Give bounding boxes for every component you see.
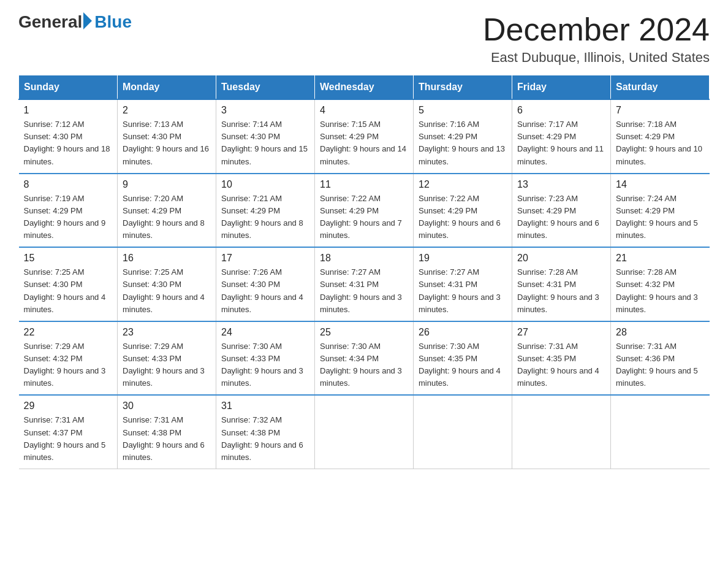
calendar-cell: 11 Sunrise: 7:22 AM Sunset: 4:29 PM Dayl… xyxy=(315,174,414,248)
calendar-cell: 27 Sunrise: 7:31 AM Sunset: 4:35 PM Dayl… xyxy=(512,321,611,396)
calendar-cell: 14 Sunrise: 7:24 AM Sunset: 4:29 PM Dayl… xyxy=(611,174,710,248)
day-number: 13 xyxy=(517,179,605,190)
sunrise-label: Sunrise: 7:20 AM xyxy=(123,194,183,203)
header-wednesday: Wednesday xyxy=(315,75,414,100)
sunset-label: Sunset: 4:37 PM xyxy=(24,428,83,437)
calendar-week-row: 22 Sunrise: 7:29 AM Sunset: 4:32 PM Dayl… xyxy=(19,321,710,396)
calendar-cell: 1 Sunrise: 7:12 AM Sunset: 4:30 PM Dayli… xyxy=(19,99,118,174)
calendar-cell: 7 Sunrise: 7:18 AM Sunset: 4:29 PM Dayli… xyxy=(611,99,710,174)
day-info: Sunrise: 7:31 AM Sunset: 4:38 PM Dayligh… xyxy=(123,414,211,464)
day-info: Sunrise: 7:32 AM Sunset: 4:38 PM Dayligh… xyxy=(221,414,309,464)
calendar-cell: 17 Sunrise: 7:26 AM Sunset: 4:30 PM Dayl… xyxy=(216,247,315,321)
sunset-label: Sunset: 4:31 PM xyxy=(419,280,477,289)
calendar-week-row: 8 Sunrise: 7:19 AM Sunset: 4:29 PM Dayli… xyxy=(19,174,710,248)
day-info: Sunrise: 7:29 AM Sunset: 4:33 PM Dayligh… xyxy=(123,340,211,390)
day-info: Sunrise: 7:28 AM Sunset: 4:32 PM Dayligh… xyxy=(616,266,705,316)
daylight-label: Daylight: 9 hours and 3 minutes. xyxy=(320,366,402,388)
daylight-label: Daylight: 9 hours and 11 minutes. xyxy=(517,144,604,166)
day-number: 9 xyxy=(123,179,211,190)
daylight-label: Daylight: 9 hours and 3 minutes. xyxy=(517,293,599,314)
day-number: 3 xyxy=(221,105,309,116)
header-sunday: Sunday xyxy=(19,75,118,100)
calendar-cell xyxy=(414,395,512,469)
day-info: Sunrise: 7:30 AM Sunset: 4:35 PM Dayligh… xyxy=(419,340,507,390)
daylight-label: Daylight: 9 hours and 4 minutes. xyxy=(517,366,599,388)
day-number: 2 xyxy=(123,105,211,116)
day-info: Sunrise: 7:23 AM Sunset: 4:29 PM Dayligh… xyxy=(517,193,605,242)
sunrise-label: Sunrise: 7:22 AM xyxy=(419,194,479,203)
day-number: 19 xyxy=(419,253,507,264)
daylight-label: Daylight: 9 hours and 4 minutes. xyxy=(221,293,303,314)
calendar-cell: 12 Sunrise: 7:22 AM Sunset: 4:29 PM Dayl… xyxy=(414,174,512,248)
sunset-label: Sunset: 4:29 PM xyxy=(419,206,477,215)
day-info: Sunrise: 7:15 AM Sunset: 4:29 PM Dayligh… xyxy=(320,118,408,168)
daylight-label: Daylight: 9 hours and 13 minutes. xyxy=(419,144,505,166)
day-number: 10 xyxy=(221,179,309,190)
day-number: 8 xyxy=(24,179,113,190)
day-info: Sunrise: 7:29 AM Sunset: 4:32 PM Dayligh… xyxy=(24,340,113,390)
sunrise-label: Sunrise: 7:25 AM xyxy=(24,267,85,277)
calendar-cell: 22 Sunrise: 7:29 AM Sunset: 4:32 PM Dayl… xyxy=(19,321,118,396)
day-info: Sunrise: 7:30 AM Sunset: 4:34 PM Dayligh… xyxy=(320,340,408,390)
sunrise-label: Sunrise: 7:28 AM xyxy=(517,267,578,277)
sunrise-label: Sunrise: 7:28 AM xyxy=(616,267,677,277)
day-info: Sunrise: 7:27 AM Sunset: 4:31 PM Dayligh… xyxy=(419,266,507,316)
sunset-label: Sunset: 4:30 PM xyxy=(24,132,83,141)
sunrise-label: Sunrise: 7:31 AM xyxy=(24,415,85,424)
weekday-header-row: Sunday Monday Tuesday Wednesday Thursday… xyxy=(19,75,710,100)
calendar-cell: 20 Sunrise: 7:28 AM Sunset: 4:31 PM Dayl… xyxy=(512,247,611,321)
day-info: Sunrise: 7:31 AM Sunset: 4:36 PM Dayligh… xyxy=(616,340,705,390)
sunset-label: Sunset: 4:30 PM xyxy=(24,280,83,289)
sunset-label: Sunset: 4:30 PM xyxy=(221,132,280,141)
daylight-label: Daylight: 9 hours and 10 minutes. xyxy=(616,144,702,166)
sunset-label: Sunset: 4:29 PM xyxy=(616,132,675,141)
sunrise-label: Sunrise: 7:13 AM xyxy=(123,120,183,129)
calendar-cell: 21 Sunrise: 7:28 AM Sunset: 4:32 PM Dayl… xyxy=(611,247,710,321)
sunset-label: Sunset: 4:38 PM xyxy=(221,428,280,437)
daylight-label: Daylight: 9 hours and 6 minutes. xyxy=(517,218,599,240)
day-number: 28 xyxy=(616,327,705,338)
day-info: Sunrise: 7:24 AM Sunset: 4:29 PM Dayligh… xyxy=(616,193,705,242)
day-info: Sunrise: 7:14 AM Sunset: 4:30 PM Dayligh… xyxy=(221,118,309,168)
sunrise-label: Sunrise: 7:22 AM xyxy=(320,194,381,203)
calendar-cell: 31 Sunrise: 7:32 AM Sunset: 4:38 PM Dayl… xyxy=(216,395,315,469)
sunset-label: Sunset: 4:29 PM xyxy=(419,132,477,141)
calendar-week-row: 29 Sunrise: 7:31 AM Sunset: 4:37 PM Dayl… xyxy=(19,395,710,469)
title-area: December 2024 East Dubuque, Illinois, Un… xyxy=(483,12,710,66)
daylight-label: Daylight: 9 hours and 3 minutes. xyxy=(221,366,303,388)
sunrise-label: Sunrise: 7:31 AM xyxy=(616,342,677,351)
calendar-cell: 5 Sunrise: 7:16 AM Sunset: 4:29 PM Dayli… xyxy=(414,99,512,174)
sunrise-label: Sunrise: 7:27 AM xyxy=(320,267,381,277)
day-info: Sunrise: 7:18 AM Sunset: 4:29 PM Dayligh… xyxy=(616,118,705,168)
calendar-week-row: 15 Sunrise: 7:25 AM Sunset: 4:30 PM Dayl… xyxy=(19,247,710,321)
header-tuesday: Tuesday xyxy=(216,75,315,100)
calendar-cell: 15 Sunrise: 7:25 AM Sunset: 4:30 PM Dayl… xyxy=(19,247,118,321)
day-number: 26 xyxy=(419,327,507,338)
day-number: 16 xyxy=(123,253,211,264)
location-title: East Dubuque, Illinois, United States xyxy=(483,50,710,66)
sunset-label: Sunset: 4:35 PM xyxy=(419,354,477,363)
daylight-label: Daylight: 9 hours and 7 minutes. xyxy=(320,218,402,240)
day-info: Sunrise: 7:28 AM Sunset: 4:31 PM Dayligh… xyxy=(517,266,605,316)
calendar-cell: 8 Sunrise: 7:19 AM Sunset: 4:29 PM Dayli… xyxy=(19,174,118,248)
sunrise-label: Sunrise: 7:29 AM xyxy=(123,342,183,351)
daylight-label: Daylight: 9 hours and 6 minutes. xyxy=(419,218,501,240)
calendar-cell xyxy=(315,395,414,469)
logo-arrow-icon xyxy=(83,12,92,29)
daylight-label: Daylight: 9 hours and 5 minutes. xyxy=(616,218,698,240)
day-info: Sunrise: 7:21 AM Sunset: 4:29 PM Dayligh… xyxy=(221,193,309,242)
daylight-label: Daylight: 9 hours and 4 minutes. xyxy=(419,366,501,388)
day-number: 29 xyxy=(24,400,113,412)
daylight-label: Daylight: 9 hours and 8 minutes. xyxy=(221,218,303,240)
day-number: 17 xyxy=(221,253,309,264)
calendar-cell: 28 Sunrise: 7:31 AM Sunset: 4:36 PM Dayl… xyxy=(611,321,710,396)
sunrise-label: Sunrise: 7:23 AM xyxy=(517,194,578,203)
day-info: Sunrise: 7:19 AM Sunset: 4:29 PM Dayligh… xyxy=(24,193,113,242)
sunset-label: Sunset: 4:34 PM xyxy=(320,354,379,363)
sunrise-label: Sunrise: 7:14 AM xyxy=(221,120,282,129)
sunrise-label: Sunrise: 7:29 AM xyxy=(24,342,85,351)
day-number: 20 xyxy=(517,253,605,264)
calendar-week-row: 1 Sunrise: 7:12 AM Sunset: 4:30 PM Dayli… xyxy=(19,99,710,174)
calendar-cell: 24 Sunrise: 7:30 AM Sunset: 4:33 PM Dayl… xyxy=(216,321,315,396)
day-info: Sunrise: 7:17 AM Sunset: 4:29 PM Dayligh… xyxy=(517,118,605,168)
